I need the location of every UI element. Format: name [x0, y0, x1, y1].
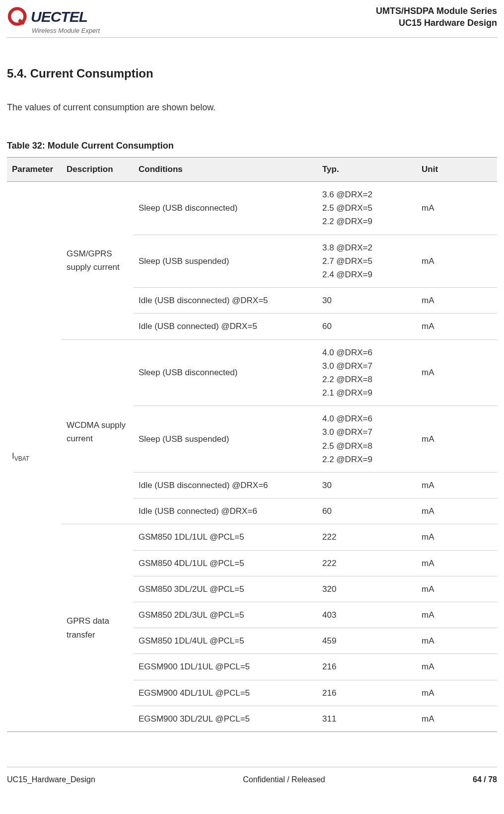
- th-parameter: Parameter: [7, 158, 62, 182]
- typ-value: 2.2 @DRX=9: [322, 453, 412, 466]
- cell-unit: mA: [417, 314, 497, 339]
- cell-typ: 3.6 @DRX=22.5 @DRX=52.2 @DRX=9: [317, 182, 417, 235]
- cell-description: WCDMA supply current: [62, 339, 134, 524]
- cell-unit: mA: [417, 706, 497, 732]
- typ-value: 60: [322, 504, 412, 518]
- typ-value: 403: [322, 608, 412, 622]
- cell-conditions: GSM850 2DL/3UL @PCL=5: [134, 602, 317, 628]
- typ-value: 320: [322, 582, 412, 596]
- typ-value: 30: [322, 479, 412, 492]
- typ-value: 4.0 @DRX=6: [322, 346, 412, 359]
- logo-block: UECTEL Wireless Module Expert: [7, 5, 100, 34]
- typ-value: 3.8 @DRX=2: [322, 241, 412, 254]
- footer-left: UC15_Hardware_Design: [7, 775, 95, 784]
- cell-conditions: Sleep (USB suspended): [134, 235, 317, 288]
- cell-typ: 216: [317, 654, 417, 680]
- cell-unit: mA: [417, 680, 497, 706]
- th-unit: Unit: [417, 158, 497, 182]
- table-header-row: Parameter Description Conditions Typ. Un…: [7, 158, 497, 182]
- cell-typ: 311: [317, 706, 417, 732]
- cell-conditions: GSM850 1DL/1UL @PCL=5: [134, 524, 317, 550]
- cell-conditions: EGSM900 4DL/1UL @PCL=5: [134, 680, 317, 706]
- cell-conditions: Sleep (USB suspended): [134, 406, 317, 473]
- typ-value: 2.2 @DRX=8: [322, 373, 412, 386]
- cell-unit: mA: [417, 524, 497, 550]
- cell-typ: 320: [317, 576, 417, 602]
- cell-unit: mA: [417, 288, 497, 314]
- table-caption: Table 32: Module Current Consumption: [7, 141, 497, 151]
- cell-typ: 30: [317, 473, 417, 498]
- typ-value: 2.1 @DRX=9: [322, 386, 412, 400]
- footer-right: 64 / 78: [473, 775, 497, 784]
- cell-conditions: GSM850 1DL/4UL @PCL=5: [134, 628, 317, 654]
- cell-unit: mA: [417, 550, 497, 576]
- typ-value: 216: [322, 660, 412, 673]
- cell-unit: mA: [417, 576, 497, 602]
- cell-conditions: GSM850 4DL/1UL @PCL=5: [134, 550, 317, 576]
- cell-description: GPRS data transfer: [62, 524, 134, 732]
- cell-unit: mA: [417, 339, 497, 406]
- typ-value: 311: [322, 712, 412, 726]
- cell-description: GSM/GPRS supply current: [62, 182, 134, 340]
- cell-typ: 60: [317, 314, 417, 339]
- typ-value: 216: [322, 686, 412, 700]
- typ-value: 2.5 @DRX=5: [322, 201, 412, 215]
- typ-value: 3.0 @DRX=7: [322, 425, 412, 439]
- cell-conditions: EGSM900 1DL/1UL @PCL=5: [134, 654, 317, 680]
- th-description: Description: [62, 158, 134, 182]
- typ-value: 2.7 @DRX=5: [322, 254, 412, 268]
- typ-value: 3.6 @DRX=2: [322, 188, 412, 201]
- typ-value: 2.2 @DRX=9: [322, 215, 412, 228]
- cell-unit: mA: [417, 406, 497, 473]
- cell-conditions: GSM850 3DL/2UL @PCL=5: [134, 576, 317, 602]
- cell-parameter: IVBAT: [7, 182, 62, 732]
- spec-table: Parameter Description Conditions Typ. Un…: [7, 157, 497, 732]
- table-row: GPRS data transferGSM850 1DL/1UL @PCL=52…: [7, 524, 497, 550]
- cell-unit: mA: [417, 182, 497, 235]
- cell-typ: 403: [317, 602, 417, 628]
- table-row: IVBATGSM/GPRS supply currentSleep (USB d…: [7, 182, 497, 235]
- cell-typ: 222: [317, 550, 417, 576]
- typ-value: 30: [322, 294, 412, 307]
- cell-unit: mA: [417, 602, 497, 628]
- logo-text: UECTEL: [31, 10, 87, 23]
- footer-center: Confidential / Released: [243, 775, 325, 784]
- cell-unit: mA: [417, 498, 497, 524]
- typ-value: 2.4 @DRX=9: [322, 268, 412, 281]
- typ-value: 2.5 @DRX=8: [322, 439, 412, 453]
- cell-unit: mA: [417, 235, 497, 288]
- typ-value: 222: [322, 557, 412, 570]
- section-title: 5.4. Current Consumption: [7, 67, 497, 81]
- typ-value: 3.0 @DRX=7: [322, 359, 412, 373]
- cell-typ: 30: [317, 288, 417, 314]
- cell-unit: mA: [417, 628, 497, 654]
- page-header: UECTEL Wireless Module Expert UMTS/HSDPA…: [7, 5, 497, 38]
- page-footer: UC15_Hardware_Design Confidential / Rele…: [7, 767, 497, 793]
- cell-conditions: Sleep (USB disconnected): [134, 339, 317, 406]
- typ-value: 222: [322, 530, 412, 544]
- cell-conditions: Idle (USB connected) @DRX=5: [134, 314, 317, 339]
- th-conditions: Conditions: [134, 158, 317, 182]
- cell-typ: 3.8 @DRX=22.7 @DRX=52.4 @DRX=9: [317, 235, 417, 288]
- cell-typ: 222: [317, 524, 417, 550]
- logo-q-icon: [7, 5, 30, 28]
- typ-value: 4.0 @DRX=6: [322, 412, 412, 425]
- cell-conditions: Idle (USB disconnected) @DRX=6: [134, 473, 317, 498]
- cell-conditions: Idle (USB connected) @DRX=6: [134, 498, 317, 524]
- cell-conditions: Idle (USB disconnected) @DRX=5: [134, 288, 317, 314]
- cell-typ: 4.0 @DRX=63.0 @DRX=72.2 @DRX=82.1 @DRX=9: [317, 339, 417, 406]
- cell-conditions: EGSM900 3DL/2UL @PCL=5: [134, 706, 317, 732]
- cell-typ: 4.0 @DRX=63.0 @DRX=72.5 @DRX=82.2 @DRX=9: [317, 406, 417, 473]
- cell-typ: 216: [317, 680, 417, 706]
- section-intro: The values of current consumption are sh…: [7, 102, 497, 113]
- typ-value: 459: [322, 634, 412, 648]
- cell-typ: 60: [317, 498, 417, 524]
- cell-unit: mA: [417, 654, 497, 680]
- cell-typ: 459: [317, 628, 417, 654]
- doc-series-line2: UC15 Hardware Design: [376, 17, 497, 29]
- logo-subtitle: Wireless Module Expert: [32, 27, 100, 34]
- doc-series: UMTS/HSDPA Module Series UC15 Hardware D…: [376, 5, 497, 29]
- cell-conditions: Sleep (USB disconnected): [134, 182, 317, 235]
- table-row: WCDMA supply currentSleep (USB disconnec…: [7, 339, 497, 406]
- cell-unit: mA: [417, 473, 497, 498]
